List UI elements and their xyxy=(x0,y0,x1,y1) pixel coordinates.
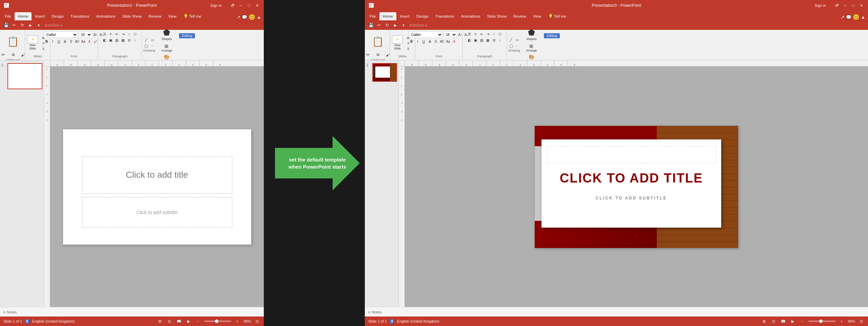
right-save-qat-button[interactable]: 💾 xyxy=(368,22,374,28)
right-maximize-button[interactable]: □ xyxy=(850,3,856,8)
right-shape-more-button[interactable]: ⋯ xyxy=(514,43,520,49)
left-subtitle-placeholder[interactable]: Click to add subtitle xyxy=(82,197,232,228)
left-slide-sorter-button[interactable]: ⊡ xyxy=(166,318,173,325)
left-tab-slideshow[interactable]: Slide Show xyxy=(119,12,145,20)
right-minimize-button[interactable]: ─ xyxy=(842,3,848,8)
right-zoom-slider[interactable] xyxy=(808,321,835,322)
left-text-highlight-button[interactable]: 🖊 xyxy=(93,39,98,44)
right-shape-line-button[interactable]: ╱ xyxy=(508,37,514,42)
left-slide-thumb-1[interactable] xyxy=(7,63,42,89)
left-save-qat-button[interactable]: 💾 xyxy=(3,22,9,28)
right-slide-canvas[interactable]: CLICK TO ADD TITLE CLICK TO ADD SUBTITLE… xyxy=(535,126,738,248)
left-change-case-button[interactable]: Aa xyxy=(81,39,86,44)
left-zoom-in-button[interactable]: + xyxy=(234,318,241,325)
right-align-left-button[interactable]: ◧ xyxy=(467,37,472,43)
left-align-left-button[interactable]: ◧ xyxy=(102,37,107,43)
right-columns-button[interactable]: ⊟ xyxy=(491,37,497,43)
right-zoom-in-button[interactable]: + xyxy=(838,318,845,325)
left-copy-button[interactable]: ⧉ xyxy=(8,52,18,58)
comments-icon[interactable]: 💬 xyxy=(242,15,247,20)
left-maximize-button[interactable]: □ xyxy=(246,3,252,8)
right-tab-insert[interactable]: Insert xyxy=(396,12,413,20)
right-numbering-button[interactable]: ≡ xyxy=(473,31,478,37)
left-fit-slide-button[interactable]: ⊡ xyxy=(254,318,260,325)
right-font-name-dropdown[interactable]: Calibri xyxy=(409,31,443,38)
left-font-size-dropdown[interactable]: 18 xyxy=(79,31,92,38)
right-presentation-start-qat-button[interactable]: ▶ xyxy=(392,22,399,28)
right-tab-review[interactable]: Review xyxy=(510,12,530,20)
right-tab-home[interactable]: Home xyxy=(379,12,397,20)
right-slide-thumb-1[interactable] xyxy=(372,63,397,82)
left-reading-view-button[interactable]: 📖 xyxy=(176,318,182,325)
left-tab-design[interactable]: Design xyxy=(48,12,67,20)
left-columns-button[interactable]: ⊟ xyxy=(126,37,132,43)
left-minimize-button[interactable]: ─ xyxy=(238,3,243,8)
left-normal-view-button[interactable]: ⊞ xyxy=(157,318,163,325)
left-increase-indent-button[interactable]: ⇥ xyxy=(120,31,126,37)
right-tab-view[interactable]: View xyxy=(530,12,545,20)
left-tab-home[interactable]: Home xyxy=(15,12,32,20)
right-underline-button[interactable]: U xyxy=(421,39,427,44)
left-increase-font-button[interactable]: A↑ xyxy=(93,32,98,37)
right-slide-sorter-button[interactable]: ⊡ xyxy=(770,318,777,325)
share-icon[interactable]: ↗ xyxy=(237,15,240,20)
left-tab-view[interactable]: View xyxy=(165,12,180,20)
right-decrease-indent-button[interactable]: ⇤ xyxy=(479,31,485,37)
left-zoom-slider[interactable] xyxy=(204,321,231,322)
left-tab-transitions[interactable]: Transitions xyxy=(67,12,93,20)
left-align-center-button[interactable]: ▣ xyxy=(108,37,114,43)
right-tab-slideshow[interactable]: Slide Show xyxy=(484,12,510,20)
right-shadow-button[interactable]: S xyxy=(433,39,439,44)
left-title-placeholder[interactable]: Click to add title xyxy=(82,156,232,194)
left-new-slide-button[interactable]: + New Slide xyxy=(27,35,38,50)
left-paste-button[interactable]: 📋 xyxy=(5,31,21,52)
left-tab-animations[interactable]: Animations xyxy=(93,12,119,20)
left-font-color-button[interactable]: A xyxy=(87,39,92,44)
right-arrange-button[interactable]: ⊞ Arrange xyxy=(523,43,539,53)
right-bullets-button[interactable]: ☰ xyxy=(467,31,472,37)
left-underline-button[interactable]: U xyxy=(56,39,62,44)
right-bold-button[interactable]: B xyxy=(409,39,414,44)
left-slide-canvas[interactable]: Click to add title Click to add subtitle xyxy=(63,129,251,245)
left-slideshow-view-button[interactable]: ▶ xyxy=(185,318,192,325)
right-fit-slide-button[interactable]: ⊡ xyxy=(858,318,865,325)
right-increase-indent-button[interactable]: ⇥ xyxy=(485,31,491,37)
left-char-spacing-button[interactable]: AV xyxy=(75,39,80,44)
left-shape-line-button[interactable]: ╱ xyxy=(143,37,149,42)
left-decrease-indent-button[interactable]: ⇤ xyxy=(114,31,120,37)
left-line-spacing-button[interactable]: ↕ xyxy=(133,37,138,43)
right-text-direction-button[interactable]: ↕ xyxy=(491,31,497,37)
right-strikethrough-button[interactable]: S xyxy=(427,39,433,44)
left-font-name-dropdown[interactable]: Calibri xyxy=(44,31,78,38)
right-convert-to-smartart-button[interactable]: ⬡ xyxy=(497,31,503,37)
right-sign-in-button[interactable]: Sign in xyxy=(814,3,826,7)
right-redo-qat-button[interactable]: ↻ xyxy=(384,22,391,28)
left-tab-file[interactable]: File xyxy=(1,12,15,20)
left-shape-rect-button[interactable]: ▭ xyxy=(150,37,155,42)
left-align-right-button[interactable]: ▨ xyxy=(114,37,120,43)
right-share-icon[interactable]: ↗ xyxy=(841,15,845,20)
right-zoom-out-button[interactable]: − xyxy=(799,318,806,325)
right-tab-tellme[interactable]: 💡Tell me xyxy=(545,12,570,20)
right-shape-oval-button[interactable]: ◯ xyxy=(508,43,514,49)
right-customize-qat-button[interactable]: ▼ xyxy=(400,22,407,28)
left-text-direction-button[interactable]: ↕ xyxy=(126,31,132,37)
right-restore-icon[interactable]: 🗗 xyxy=(834,3,840,8)
right-notes-bar[interactable]: ≡ Notes xyxy=(365,307,868,317)
right-increase-font-button[interactable]: A↑ xyxy=(458,32,463,37)
left-shapes-button[interactable]: ⬟ Shapes xyxy=(159,26,175,42)
left-shape-oval-button[interactable]: ◯ xyxy=(143,43,149,49)
left-justify-button[interactable]: ▦ xyxy=(120,37,126,43)
left-undo-qat-button[interactable]: ↩ xyxy=(11,22,18,28)
right-accessibility-icon[interactable]: ♿ xyxy=(390,319,394,324)
left-presentation-start-qat-button[interactable]: ▶ xyxy=(27,22,34,28)
right-align-center-button[interactable]: ▣ xyxy=(473,37,478,43)
right-tab-file[interactable]: File xyxy=(366,12,379,20)
ribbon-collapse-icon[interactable]: ▲ xyxy=(257,15,261,20)
right-tab-design[interactable]: Design xyxy=(413,12,432,20)
right-new-slide-button[interactable]: + New Slide xyxy=(392,35,403,50)
left-notes-bar[interactable]: ≡ Notes xyxy=(0,307,264,317)
right-char-spacing-button[interactable]: AV xyxy=(439,39,445,44)
right-font-color-button[interactable]: A xyxy=(452,39,457,44)
left-italic-button[interactable]: I xyxy=(50,39,56,44)
